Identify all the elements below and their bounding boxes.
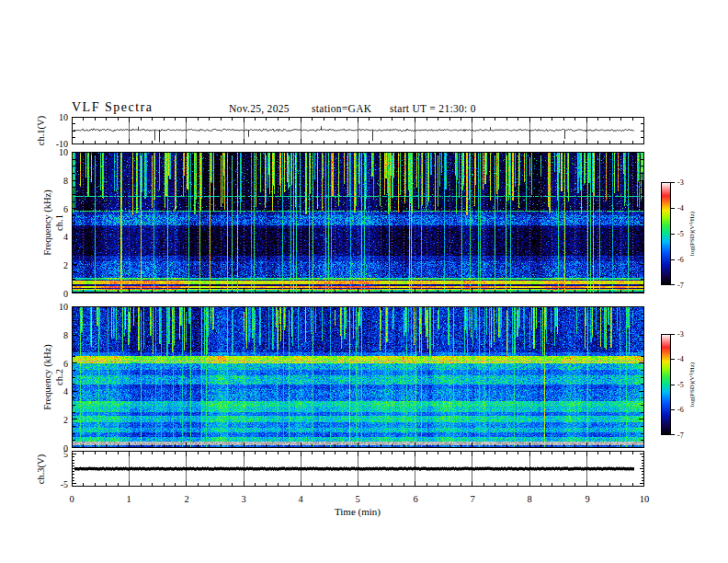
colorbar-axis-label: log(PSD)(V²/Hz): [688, 212, 696, 256]
x-tick-label: 10: [631, 494, 658, 504]
x-tick-label: 4: [287, 494, 314, 504]
y-tick-label: 10: [44, 112, 68, 122]
y-tick-label: -5: [44, 479, 68, 489]
ch3-voltage-panel: [72, 451, 644, 487]
y-tick-label: 10: [44, 147, 68, 157]
x-tick-label: 7: [459, 494, 486, 504]
ch1-voltage-panel: [72, 117, 644, 144]
spec1-channel-label: ch.1: [54, 214, 64, 231]
ch1-spectrogram-panel: [72, 152, 644, 293]
ch1-voltage-axis-label: ch.1(V): [36, 116, 46, 145]
figure-start-ut: start UT = 21:30: 0: [390, 103, 476, 114]
colorbar-tick-label: -7: [677, 282, 684, 290]
ch3-voltage-axis-label: ch.3(V): [36, 454, 46, 484]
y-tick-label: 2: [44, 415, 68, 425]
y-tick-label: 8: [44, 176, 68, 186]
figure-date: Nov.25, 2025: [229, 103, 290, 114]
x-tick-label: 1: [115, 494, 142, 504]
colorbar-tick-label: -6: [677, 406, 684, 414]
colorbar-tick-label: -7: [677, 431, 684, 440]
colorbar-ch1: [661, 182, 676, 285]
ch2-spectrogram-panel: [72, 306, 644, 448]
y-tick-label: 10: [44, 302, 68, 312]
colorbar-tick-label: -3: [677, 178, 684, 187]
colorbar-axis-label: log(PSD)(V²/Hz): [688, 362, 696, 407]
x-tick-label: 9: [574, 494, 601, 504]
colorbar-tick-label: -5: [677, 230, 684, 238]
y-tick-label: 5: [44, 449, 68, 459]
colorbar-tick-label: -5: [677, 381, 684, 389]
y-tick-label: 8: [44, 330, 68, 340]
x-tick-label: 2: [173, 494, 200, 504]
x-tick-label: 8: [516, 494, 543, 504]
colorbar-ch2: [661, 334, 676, 435]
spec1-frequency-axis-label: Frequency (kHz): [42, 190, 52, 255]
spec2-channel-label: ch.2: [54, 369, 64, 385]
x-tick-label: 6: [402, 494, 429, 504]
colorbar-tick-label: -3: [677, 330, 684, 339]
spec2-frequency-axis-label: Frequency (kHz): [42, 344, 52, 409]
x-tick-label: 5: [344, 494, 371, 504]
x-tick-label: 0: [58, 494, 85, 504]
vlf-spectra-figure: VLF Spectra Nov.25, 2025 station=GAK sta…: [0, 0, 728, 563]
time-axis-label: Time (min): [293, 506, 422, 517]
y-tick-label: 0: [44, 289, 68, 299]
page-title: VLF Spectra: [72, 100, 153, 115]
x-tick-label: 3: [230, 494, 257, 504]
y-tick-label: 2: [44, 260, 68, 270]
colorbar-tick-label: -4: [677, 204, 684, 213]
colorbar-tick-label: -4: [677, 355, 684, 363]
figure-station: station=GAK: [312, 103, 371, 114]
colorbar-tick-label: -6: [677, 256, 684, 264]
